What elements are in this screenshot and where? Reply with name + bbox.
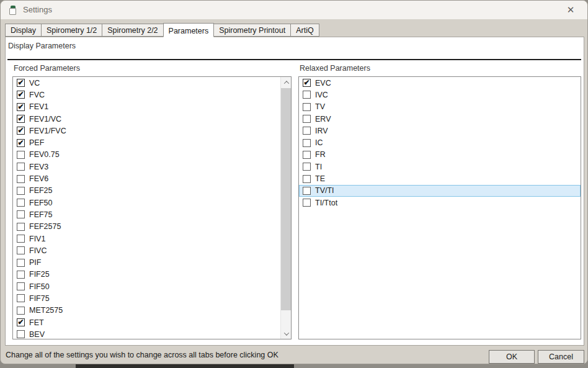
param-label: TI [315,163,322,171]
checkbox[interactable]: ✔ [17,282,25,290]
relaxed-parameters-list[interactable]: ✔ EVC ✔ IVC ✔ TV ✔ ERV ✔ IRV [298,76,581,339]
forced-parameters-list[interactable]: ✔ VC ✔ FVC ✔ FEV1 ✔ FEV1/VC ✔ FEV1/FVC [12,76,292,339]
tab-parameters[interactable]: Parameters [163,23,215,37]
chevron-down-icon [283,330,288,335]
relaxed-param-erv[interactable]: ✔ ERV [299,113,581,125]
close-button[interactable]: ✕ [559,1,582,19]
checkbox[interactable]: ✔ [303,115,311,123]
forced-param-fef50[interactable]: ✔ FEF50 [13,197,280,209]
forced-param-met2575[interactable]: ✔ MET2575 [13,305,280,316]
checkbox[interactable]: ✔ [17,91,25,99]
forced-param-fvc[interactable]: ✔ FVC [13,89,280,101]
forced-param-pif[interactable]: ✔ PIF [13,256,280,268]
forced-param-fivc[interactable]: ✔ FIVC [13,245,280,256]
relaxed-param-te[interactable]: ✔ TE [299,173,581,184]
checkbox[interactable]: ✔ [17,139,25,147]
forced-param-fiv1[interactable]: ✔ FIV1 [13,233,280,245]
checkbox[interactable]: ✔ [17,246,25,254]
settings-dialog: Settings ✕ Display Spirometry 1/2 Spirom… [0,0,588,364]
section-title: Display Parameters [8,42,76,50]
param-label: FEF2575 [29,222,61,231]
checkbox[interactable]: ✔ [17,235,25,243]
cancel-button[interactable]: Cancel [538,350,584,364]
forced-param-fif75[interactable]: ✔ FIF75 [13,292,280,304]
param-label: FEV0.75 [29,150,60,159]
param-label: PIF [29,258,41,267]
param-label: IRV [315,127,328,135]
checkbox[interactable]: ✔ [17,199,25,207]
window-title: Settings [23,5,52,14]
ok-button[interactable]: OK [489,350,535,364]
checkbox[interactable]: ✔ [17,127,25,135]
checkbox[interactable]: ✔ [17,210,25,218]
checkbox[interactable]: ✔ [303,139,311,147]
param-label: FEV1/FVC [29,127,66,135]
tab-artiq[interactable]: ArtiQ [290,24,319,37]
checkbox[interactable]: ✔ [17,223,25,231]
forced-param-fef25[interactable]: ✔ FEF25 [13,185,280,197]
checkbox[interactable]: ✔ [303,127,311,135]
checkbox[interactable]: ✔ [17,175,25,183]
tab-display[interactable]: Display [5,24,42,37]
checkbox[interactable]: ✔ [17,307,25,315]
forced-param-bev[interactable]: ✔ BEV [13,328,280,339]
checkbox[interactable]: ✔ [303,103,311,111]
relaxed-param-irv[interactable]: ✔ IRV [299,125,581,137]
checkbox[interactable]: ✔ [303,151,311,159]
param-label: FIVC [29,246,47,255]
checkbox[interactable]: ✔ [17,271,25,279]
forced-param-fev1-vc[interactable]: ✔ FEV1/VC [13,113,280,125]
tab-label: Spirometry Printout [219,26,285,35]
checkbox[interactable]: ✔ [303,79,311,87]
relaxed-param-tv[interactable]: ✔ TV [299,101,581,113]
forced-param-fif50[interactable]: ✔ FIF50 [13,280,280,292]
checkbox[interactable]: ✔ [17,151,25,159]
checkbox[interactable]: ✔ [303,91,311,99]
tab-spirometry-1-2[interactable]: Spirometry 1/2 [41,24,102,37]
tab-spirometry-printout[interactable]: Spirometry Printout [213,24,291,37]
checkbox[interactable]: ✔ [303,163,311,171]
relaxed-param-fr[interactable]: ✔ FR [299,149,581,161]
forced-param-fef2575[interactable]: ✔ FEF2575 [13,221,280,233]
param-label: MET2575 [29,306,63,315]
forced-param-fev3[interactable]: ✔ FEV3 [13,161,280,173]
checkbox[interactable]: ✔ [17,103,25,111]
relaxed-param-evc[interactable]: ✔ EVC [299,77,581,89]
checkbox[interactable]: ✔ [303,187,311,195]
forced-parameters-label: Forced Parameters [14,64,80,73]
forced-param-fev1[interactable]: ✔ FEV1 [13,101,280,113]
tab-spirometry-2-2[interactable]: Spirometry 2/2 [102,24,163,37]
forced-param-fef75[interactable]: ✔ FEF75 [13,209,280,220]
forced-param-fif25[interactable]: ✔ FIF25 [13,269,280,280]
checkbox[interactable]: ✔ [17,330,25,338]
scroll-down-button[interactable] [281,328,292,339]
param-label: FIF50 [29,282,50,291]
relaxed-param-ic[interactable]: ✔ IC [299,137,581,148]
forced-param-pef[interactable]: ✔ PEF [13,137,280,148]
forced-param-fev0-75[interactable]: ✔ FEV0.75 [13,149,280,161]
checkbox[interactable]: ✔ [303,175,311,183]
checkbox[interactable]: ✔ [17,115,25,123]
forced-param-vc[interactable]: ✔ VC [13,77,280,89]
scroll-up-button[interactable] [281,77,292,88]
checkbox[interactable]: ✔ [17,294,25,302]
scrollbar-thumb[interactable] [281,88,291,310]
checkbox[interactable]: ✔ [17,187,25,195]
relaxed-param-ivc[interactable]: ✔ IVC [299,89,581,101]
relaxed-param-tv-ti[interactable]: ✔ TV/TI [299,185,581,197]
checkbox[interactable]: ✔ [17,79,25,87]
titlebar[interactable]: Settings ✕ [1,1,587,19]
param-label: FET [29,318,44,327]
relaxed-param-ti[interactable]: ✔ TI [299,161,581,173]
checkbox[interactable]: ✔ [17,318,25,326]
section-divider [7,59,581,60]
forced-param-fev6[interactable]: ✔ FEV6 [13,173,280,184]
relaxed-param-ti-ttot[interactable]: ✔ TI/Ttot [299,197,581,209]
forced-param-fev1-fvc[interactable]: ✔ FEV1/FVC [13,125,280,137]
parameters-tab-panel: Display Parameters Forced Parameters Rel… [5,37,584,346]
checkbox[interactable]: ✔ [17,163,25,171]
checkbox[interactable]: ✔ [17,259,25,267]
forced-param-fet[interactable]: ✔ FET [13,316,280,328]
vertical-scrollbar[interactable] [280,77,291,339]
checkbox[interactable]: ✔ [303,199,311,207]
